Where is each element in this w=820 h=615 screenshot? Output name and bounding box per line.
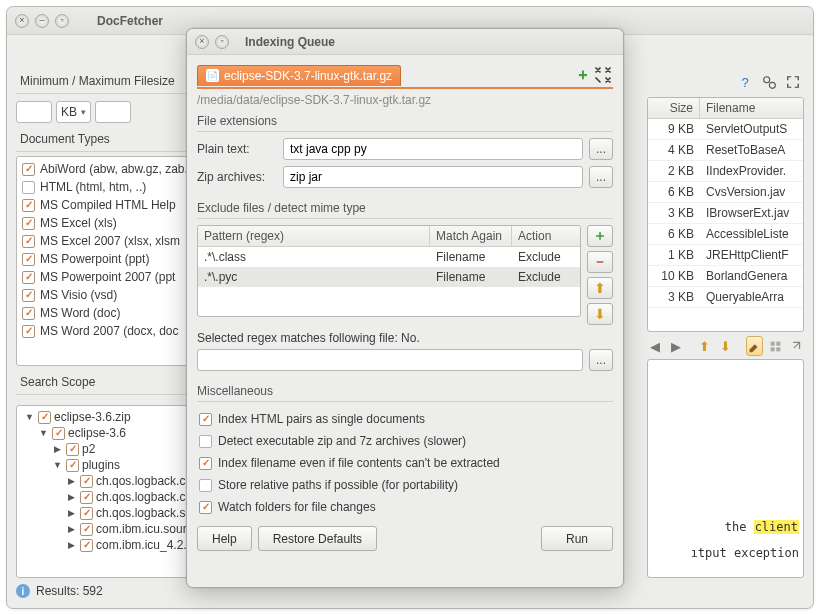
run-button[interactable]: Run [541,526,613,551]
dialog-close-icon[interactable]: × [195,35,209,49]
checkbox-icon[interactable] [66,459,79,472]
prev-page-icon[interactable]: ◀ [647,336,664,356]
exclude-table[interactable]: Pattern (regex) Match Again Action .*\.c… [197,225,581,317]
checkbox-icon[interactable] [22,253,35,266]
tree-item[interactable]: ▼eclipse-3.6 [19,425,208,441]
tree-twisty-icon[interactable]: ▶ [66,540,77,550]
checkbox-icon[interactable] [22,235,35,248]
table-row[interactable]: 3 KBIBrowserExt.jav [648,203,803,224]
tree-twisty-icon[interactable]: ▶ [66,524,77,534]
misc-option[interactable]: Index filename even if file contents can… [197,452,613,474]
checkbox-icon[interactable] [80,523,93,536]
checkbox-icon[interactable] [38,411,51,424]
table-row[interactable]: 10 KBBorlandGenera [648,266,803,287]
doc-type-item[interactable]: MS Powerpoint 2007 (ppt [19,268,208,286]
col-size[interactable]: Size [648,98,700,118]
help-button[interactable]: Help [197,526,252,551]
doc-type-item[interactable]: MS Powerpoint (ppt) [19,250,208,268]
open-external-icon[interactable] [787,336,804,356]
min-size-input[interactable] [16,101,52,123]
queue-tab[interactable]: 📄 eclipse-SDK-3.7-linux-gtk.tar.gz [197,65,401,86]
checkbox-icon[interactable] [199,435,212,448]
collapse-arrows-icon[interactable] [593,65,613,85]
tree-item[interactable]: ▶ch.qos.logback.cla [19,473,208,489]
preview-pane[interactable]: the client ıtput exception [647,359,804,578]
checkbox-icon[interactable] [80,475,93,488]
tree-item[interactable]: ▼plugins [19,457,208,473]
checkbox-icon[interactable] [66,443,79,456]
misc-option[interactable]: Detect executable zip and 7z archives (s… [197,430,613,452]
zip-more-button[interactable]: ... [589,166,613,188]
nav-down-icon[interactable]: ⬇ [717,336,734,356]
checkbox-icon[interactable] [22,271,35,284]
doc-type-item[interactable]: MS Word 2007 (docx, doc [19,322,208,340]
help-icon[interactable]: ? [736,73,754,91]
max-size-input[interactable] [95,101,131,123]
remove-rule-button[interactable]: － [587,251,613,273]
table-row[interactable]: 6 KBCvsVersion.jav [648,182,803,203]
tree-item[interactable]: ▶com.ibm.icu.sourc [19,521,208,537]
nav-up-icon[interactable]: ⬆ [697,336,714,356]
table-row[interactable]: 1 KBJREHttpClientF [648,245,803,266]
close-icon[interactable]: × [15,14,29,28]
checkbox-icon[interactable] [80,507,93,520]
checkbox-icon[interactable] [22,289,35,302]
misc-option[interactable]: Index HTML pairs as single documents [197,408,613,430]
thumbnail-view-icon[interactable] [767,336,784,356]
misc-option[interactable]: Store relative paths if possible (for po… [197,474,613,496]
table-row[interactable]: 2 KBIIndexProvider. [648,161,803,182]
tree-twisty-icon[interactable]: ▼ [52,460,63,470]
doc-type-item[interactable]: MS Word (doc) [19,304,208,322]
tree-twisty-icon[interactable]: ▶ [66,508,77,518]
doc-type-item[interactable]: HTML (html, htm, ..) [19,178,208,196]
next-page-icon[interactable]: ▶ [668,336,685,356]
add-rule-button[interactable]: ＋ [587,225,613,247]
doc-type-item[interactable]: MS Compiled HTML Help [19,196,208,214]
dialog-titlebar[interactable]: × ▫ Indexing Queue [187,29,623,55]
checkbox-icon[interactable] [22,163,35,176]
checkbox-icon[interactable] [199,457,212,470]
tree-twisty-icon[interactable]: ▶ [52,444,63,454]
doc-type-item[interactable]: MS Excel (xls) [19,214,208,232]
plain-text-more-button[interactable]: ... [589,138,613,160]
col-pattern[interactable]: Pattern (regex) [198,226,430,246]
exclude-row[interactable]: .*\.classFilenameExclude [198,247,580,267]
min-size-unit[interactable]: KB▾ [56,101,91,123]
checkbox-icon[interactable] [22,325,35,338]
tree-item[interactable]: ▶ch.qos.logback.slf [19,505,208,521]
maximize-icon[interactable]: ▫ [55,14,69,28]
tree-item[interactable]: ▶com.ibm.icu_4.2.1 [19,537,208,553]
tree-twisty-icon[interactable]: ▼ [24,412,35,422]
checkbox-icon[interactable] [199,413,212,426]
exclude-row[interactable]: .*\.pycFilenameExclude [198,267,580,287]
doc-type-item[interactable]: MS Excel 2007 (xlsx, xlsm [19,232,208,250]
table-row[interactable]: 9 KBServletOutputS [648,119,803,140]
checkbox-icon[interactable] [80,491,93,504]
dialog-max-icon[interactable]: ▫ [215,35,229,49]
table-row[interactable]: 4 KBResetToBaseA [648,140,803,161]
results-table[interactable]: Size Filename 9 KBServletOutputS4 KBRese… [647,97,804,332]
checkbox-icon[interactable] [80,539,93,552]
tree-twisty-icon[interactable]: ▶ [66,476,77,486]
checkbox-icon[interactable] [199,479,212,492]
minimize-icon[interactable]: – [35,14,49,28]
checkbox-icon[interactable] [22,199,35,212]
plain-text-input[interactable] [283,138,583,160]
expand-arrows-icon[interactable] [784,73,802,91]
doc-type-item[interactable]: MS Visio (vsd) [19,286,208,304]
regex-browse-button[interactable]: ... [589,349,613,371]
settings-icon[interactable] [760,73,778,91]
add-tab-icon[interactable]: + [573,65,593,85]
move-down-button[interactable]: ⬇ [587,303,613,325]
table-row[interactable]: 3 KBQueryableArra [648,287,803,308]
zip-input[interactable] [283,166,583,188]
col-action[interactable]: Action [512,226,580,246]
tree-item[interactable]: ▶p2 [19,441,208,457]
tree-twisty-icon[interactable]: ▼ [38,428,49,438]
doc-type-item[interactable]: AbiWord (abw, abw.gz, zab... [19,160,208,178]
table-row[interactable]: 6 KBAccessibleListe [648,224,803,245]
misc-option[interactable]: Watch folders for file changes [197,496,613,518]
regex-test-input[interactable] [197,349,583,371]
move-up-button[interactable]: ⬆ [587,277,613,299]
checkbox-icon[interactable] [199,501,212,514]
